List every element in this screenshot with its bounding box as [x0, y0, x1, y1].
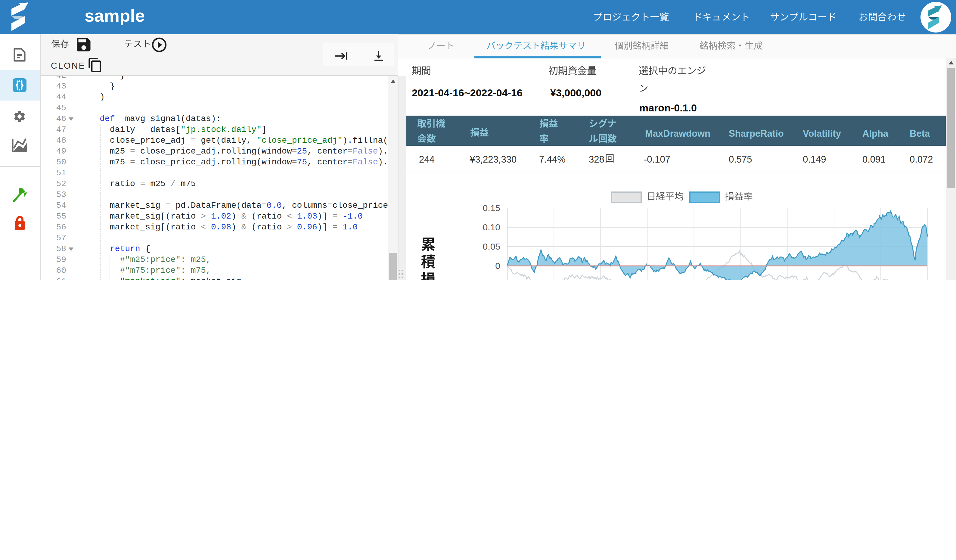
- svg-text:0: 0: [495, 261, 500, 271]
- svg-text:0.15: 0.15: [483, 203, 500, 213]
- svg-text:0.10: 0.10: [483, 222, 500, 232]
- svg-text:0.05: 0.05: [483, 241, 500, 252]
